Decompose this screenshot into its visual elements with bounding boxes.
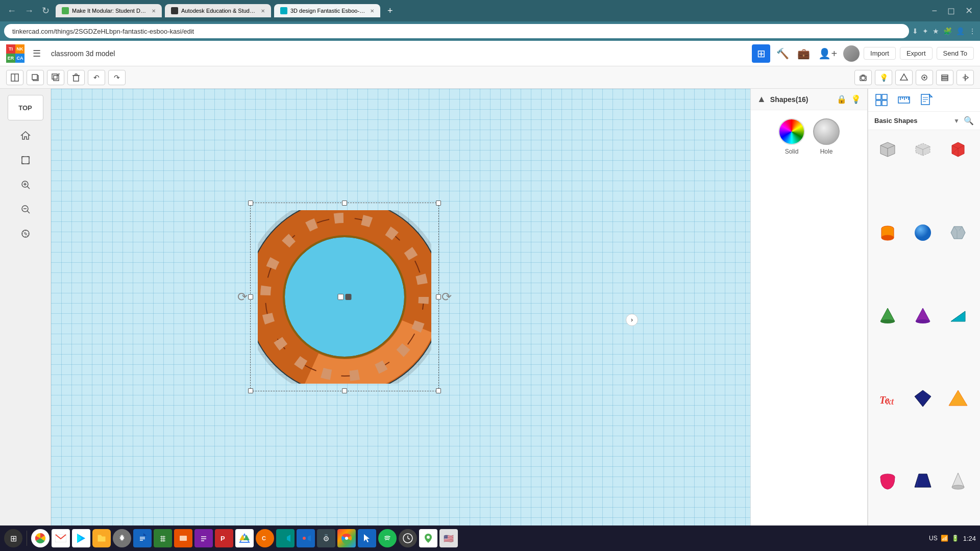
share-icon[interactable]: ✦ — [922, 27, 928, 35]
shape-prism-navy[interactable] — [908, 466, 938, 496]
import-button[interactable]: Import — [864, 47, 896, 60]
zoom-in-button[interactable] — [16, 176, 35, 194]
copy-button[interactable] — [27, 70, 44, 85]
minimize-button[interactable]: − — [928, 5, 940, 17]
top-view-button[interactable]: TOP — [8, 95, 43, 120]
properties-collapse-button[interactable]: ▲ — [757, 94, 766, 105]
shape-cylinder-orange[interactable] — [872, 217, 903, 248]
list-icon[interactable]: ☰ — [33, 48, 41, 59]
handle-top-middle[interactable] — [342, 201, 347, 206]
grid-view-icon[interactable] — [874, 93, 889, 107]
taskbar-docs[interactable] — [133, 529, 152, 547]
search-icon[interactable]: 🔍 — [964, 116, 974, 126]
orientation-button[interactable] — [16, 224, 35, 243]
reload-button[interactable]: ↻ — [39, 4, 53, 17]
download-icon[interactable]: ⬇ — [912, 27, 918, 35]
taskbar-meet[interactable] — [276, 529, 295, 547]
forward-button[interactable]: → — [21, 5, 37, 17]
taskbar-recording[interactable] — [297, 529, 315, 547]
tab-3[interactable]: 3D design Fantastic Esboo-Kasi... ✕ — [274, 4, 380, 17]
center-handle[interactable] — [338, 294, 352, 300]
tab-3-close[interactable]: ✕ — [370, 8, 374, 14]
undo-button[interactable]: ↶ — [88, 70, 105, 85]
shape-wedge-teal[interactable] — [943, 300, 973, 331]
taskbar-cursor[interactable] — [358, 529, 376, 547]
lightbulb-button[interactable]: 💡 — [875, 70, 892, 85]
view-button[interactable] — [916, 70, 933, 85]
taskbar-cc[interactable]: C — [256, 529, 274, 547]
taskbar-chrome[interactable] — [31, 529, 50, 547]
new-object-button[interactable] — [6, 70, 23, 85]
tab-1-close[interactable]: ✕ — [152, 8, 156, 14]
shape-text-red[interactable]: Te xt — [872, 383, 903, 414]
handle-middle-right[interactable] — [436, 294, 441, 299]
tab-2[interactable]: Autodesk Education & Student A... ✕ — [165, 4, 271, 17]
taskbar-google-maps[interactable] — [419, 529, 437, 547]
export-button[interactable]: Export — [900, 47, 933, 60]
url-input[interactable] — [4, 24, 909, 38]
taskbar-files[interactable] — [92, 529, 111, 547]
fit-all-button[interactable] — [16, 151, 35, 169]
taskbar-start-button[interactable]: ⊞ — [4, 529, 22, 547]
taskbar-flag[interactable]: 🇺🇸 — [439, 529, 458, 547]
extensions-icon[interactable]: 🧩 — [943, 27, 952, 35]
shapes-dropdown-icon[interactable]: ▼ — [953, 117, 960, 124]
new-tab-button[interactable]: + — [383, 4, 397, 18]
taskbar-camera[interactable] — [317, 529, 335, 547]
restore-button[interactable]: ◻ — [944, 4, 958, 17]
shape-button[interactable] — [895, 70, 913, 85]
solid-option[interactable]: Solid — [778, 118, 805, 155]
shape-box-red[interactable] — [943, 134, 973, 165]
shape-box-grey2[interactable] — [908, 134, 938, 165]
bookmark-icon[interactable]: ★ — [933, 27, 939, 35]
home-view-button[interactable] — [16, 127, 35, 145]
torus-object[interactable]: ⟳ ⟳ — [258, 210, 431, 384]
send-to-button[interactable]: Send To — [937, 47, 974, 60]
mirror-button[interactable] — [957, 70, 974, 85]
taskbar-photos[interactable] — [337, 529, 356, 547]
taskbar-powerpoint[interactable]: P — [215, 529, 233, 547]
close-button[interactable]: ✕ — [962, 4, 976, 17]
hole-option[interactable]: Hole — [813, 118, 840, 155]
duplicate-button[interactable] — [47, 70, 64, 85]
canvas-area[interactable]: ⟳ ⟳ — [51, 89, 750, 551]
taskbar-slides[interactable] — [174, 529, 192, 547]
user-add-button[interactable]: 👤+ — [816, 45, 839, 62]
grid-view-button[interactable]: ⊞ — [752, 44, 770, 63]
shape-diamond-blue[interactable] — [908, 383, 938, 414]
shape-pyramid-purple[interactable] — [908, 300, 938, 331]
redo-button[interactable]: ↷ — [108, 70, 126, 85]
layers-button[interactable] — [936, 70, 953, 85]
taskbar-sheets[interactable] — [154, 529, 172, 547]
profile-icon[interactable]: 👤 — [956, 27, 965, 35]
briefcase-button[interactable]: 💼 — [795, 45, 812, 62]
build-button[interactable]: 🔨 — [774, 45, 791, 62]
back-button[interactable]: ← — [4, 5, 19, 17]
shape-box-grey1[interactable] — [872, 134, 903, 165]
taskbar-spotify[interactable] — [378, 529, 397, 547]
taskbar-settings[interactable] — [113, 529, 131, 547]
delete-button[interactable] — [67, 70, 85, 85]
handle-bottom-right[interactable] — [436, 388, 441, 393]
user-avatar[interactable] — [843, 45, 860, 62]
lightbulb-icon[interactable]: 💡 — [851, 94, 861, 104]
shape-sphere-blue[interactable] — [908, 217, 938, 248]
menu-icon[interactable]: ⋮ — [969, 27, 976, 35]
shape-custom-grey[interactable] — [943, 217, 973, 248]
collapse-panel-arrow[interactable]: › — [626, 314, 638, 326]
taskbar-gmail[interactable] — [52, 529, 70, 547]
zoom-out-button[interactable] — [16, 200, 35, 218]
tab-2-close[interactable]: ✕ — [261, 8, 265, 14]
handle-top-left[interactable] — [248, 201, 253, 206]
shape-cone-white[interactable] — [943, 466, 973, 496]
handle-bottom-left[interactable] — [248, 388, 253, 393]
lock-icon[interactable]: 🔒 — [837, 94, 847, 104]
shape-pyramid-green[interactable] — [872, 300, 903, 331]
taskbar-forms[interactable] — [194, 529, 213, 547]
tab-1[interactable]: Make It Modular: Student Design... ✕ — [56, 4, 162, 17]
taskbar-clock[interactable] — [399, 529, 417, 547]
taskbar-play-store[interactable] — [72, 529, 90, 547]
notes-view-icon[interactable] — [919, 93, 934, 107]
handle-top-right[interactable] — [436, 201, 441, 206]
rotate-handle-left[interactable]: ⟳ — [237, 290, 248, 304]
